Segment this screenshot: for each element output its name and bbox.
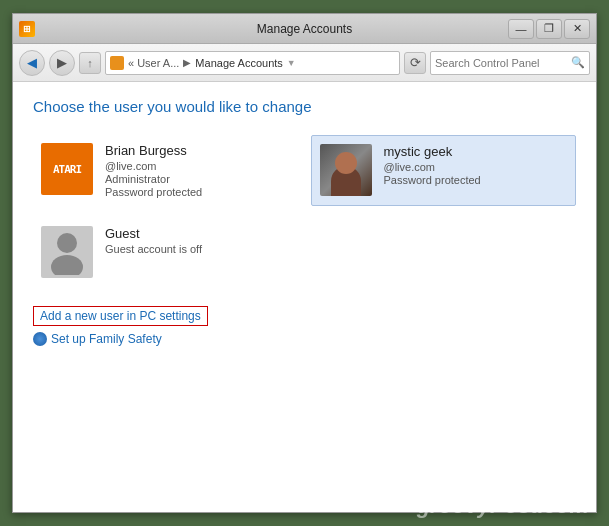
window-controls: — ❐ ✕ [508,19,590,39]
account-email-brian: @live.com [105,160,291,172]
navigation-bar: ◀ ▶ ↑ « User A... ▶ Manage Accounts ▼ ⟳ … [13,44,596,82]
address-dropdown-icon[interactable]: ▼ [287,58,296,68]
account-card-guest[interactable]: Guest Guest account is off [33,218,299,286]
page-title: Choose the user you would like to change [33,98,576,115]
account-role-brian: Administrator [105,173,291,185]
refresh-button[interactable]: ⟳ [404,52,426,74]
family-safety-icon [33,332,47,346]
account-email-mystic: @live.com [384,161,568,173]
account-info-guest: Guest Guest account is off [105,226,291,255]
account-status-guest: Guest account is off [105,243,291,255]
address-part-1: « User A... [128,57,179,69]
minimize-button[interactable]: — [508,19,534,39]
svg-point-1 [51,255,83,275]
account-status-brian: Password protected [105,186,291,198]
maximize-button[interactable]: ❐ [536,19,562,39]
avatar-mystic [320,144,372,196]
forward-button[interactable]: ▶ [49,50,75,76]
address-icon [110,56,124,70]
account-info-brian: Brian Burgess @live.com Administrator Pa… [105,143,291,198]
family-safety-link[interactable]: Set up Family Safety [33,332,576,346]
account-name-guest: Guest [105,226,291,241]
account-info-mystic: mystic geek @live.com Password protected [384,144,568,186]
account-card-brian[interactable]: ATARI Brian Burgess @live.com Administra… [33,135,299,206]
back-button[interactable]: ◀ [19,50,45,76]
family-safety-label: Set up Family Safety [51,332,162,346]
search-box[interactable]: 🔍 [430,51,590,75]
window-title: Manage Accounts [257,22,352,36]
bottom-links: Add a new user in PC settings Set up Fam… [33,306,576,346]
search-input[interactable] [435,57,571,69]
search-icon: 🔍 [571,56,585,69]
address-part-2: Manage Accounts [195,57,282,69]
account-name-mystic: mystic geek [384,144,568,159]
content-area: Choose the user you would like to change… [13,82,596,512]
account-status-mystic: Password protected [384,174,568,186]
title-bar: ⊞ Manage Accounts — ❐ ✕ [13,14,596,44]
account-name-brian: Brian Burgess [105,143,291,158]
close-button[interactable]: ✕ [564,19,590,39]
app-icon: ⊞ [19,21,35,37]
up-button[interactable]: ↑ [79,52,101,74]
avatar-guest [41,226,93,278]
accounts-grid: ATARI Brian Burgess @live.com Administra… [33,135,576,286]
avatar-brian: ATARI [41,143,93,195]
account-card-mystic[interactable]: mystic geek @live.com Password protected [311,135,577,206]
address-bar[interactable]: « User A... ▶ Manage Accounts ▼ [105,51,400,75]
svg-point-0 [57,233,77,253]
add-user-button[interactable]: Add a new user in PC settings [33,306,208,326]
guest-silhouette [41,226,93,278]
address-separator: ▶ [183,57,191,68]
